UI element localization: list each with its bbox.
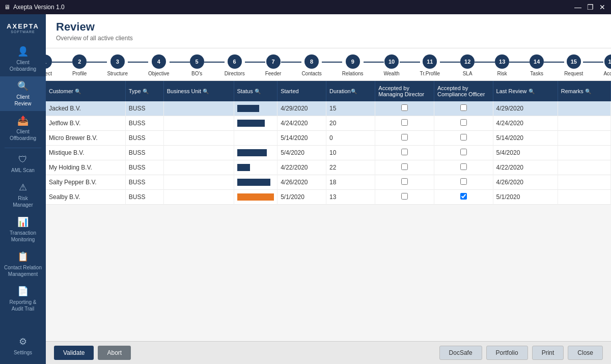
- search-customer-icon[interactable]: 🔍: [75, 89, 81, 94]
- print-button[interactable]: Print: [532, 346, 564, 360]
- checkbox-accepted-md[interactable]: [401, 178, 408, 185]
- checkbox-accepted-co[interactable]: [460, 149, 467, 155]
- checkbox-accepted-md[interactable]: [401, 119, 408, 126]
- cell-accepted-md[interactable]: [375, 160, 434, 175]
- step-8[interactable]: 9Relations: [342, 54, 364, 76]
- close-button[interactable]: ✕: [598, 3, 607, 11]
- sidebar-item-reporting[interactable]: 📄 Reporting &Audit Trail: [0, 282, 46, 316]
- step-10[interactable]: 11Tr.Profile: [420, 54, 440, 76]
- checkbox-accepted-md[interactable]: [401, 134, 408, 141]
- step-12[interactable]: 13Risk: [495, 54, 509, 76]
- title-bar-controls[interactable]: — ❐ ✕: [573, 3, 607, 11]
- sidebar-item-risk-manager[interactable]: ⚠ RiskManager: [0, 178, 46, 212]
- checkbox-accepted-md[interactable]: [401, 149, 408, 155]
- docsafe-button[interactable]: DocSafe: [439, 346, 482, 360]
- table-row[interactable]: Mistique B.V.BUSS5/4/2020105/4/2020: [46, 146, 611, 160]
- step-2[interactable]: 3Structure: [107, 54, 128, 76]
- cell-accepted-co[interactable]: [434, 175, 493, 190]
- sidebar-item-client-onboarding[interactable]: 👤 ClientOnboarding: [0, 42, 46, 76]
- checkbox-accepted-co[interactable]: [460, 163, 467, 170]
- cell-accepted-co[interactable]: [434, 190, 493, 205]
- step-circle-6: 7: [266, 54, 281, 69]
- step-7[interactable]: 8Contacts: [301, 54, 321, 76]
- table-row[interactable]: Sealby B.V.BUSS5/1/2020135/1/2020: [46, 190, 611, 205]
- logo-area: AXEPTA SOFTWARE: [3, 18, 43, 38]
- sidebar-item-client-review[interactable]: 🔍 ClientReview: [0, 76, 46, 111]
- step-1[interactable]: 2Profile: [72, 54, 87, 76]
- table-row[interactable]: My Holding B.V.BUSS4/22/2020224/22/2020: [46, 160, 611, 175]
- step-14[interactable]: 15Request: [564, 54, 583, 76]
- step-label-6: Feeder: [265, 71, 282, 76]
- cell-accepted-co[interactable]: [434, 160, 493, 175]
- step-11[interactable]: 12SLA: [460, 54, 475, 76]
- step-label-0: Select: [46, 71, 52, 76]
- step-6[interactable]: 7Feeder: [265, 54, 282, 76]
- validate-button[interactable]: Validate: [54, 346, 94, 360]
- cell-last-review: 5/4/2020: [493, 146, 558, 160]
- cell-accepted-co[interactable]: [434, 101, 493, 116]
- cell-unit: [163, 190, 234, 205]
- cell-accepted-md[interactable]: [375, 116, 434, 131]
- cell-accepted-co[interactable]: [434, 146, 493, 160]
- col-business-unit: Business Unit 🔍: [163, 81, 234, 101]
- search-unit-icon[interactable]: 🔍: [203, 89, 209, 94]
- cell-remarks: [558, 175, 610, 190]
- step-9[interactable]: 10Wealth: [384, 54, 400, 76]
- cell-accepted-co[interactable]: [434, 131, 493, 146]
- step-label-4: BO's: [191, 71, 202, 76]
- step-label-14: Request: [564, 71, 583, 76]
- table-row[interactable]: Jacked B.V.BUSS4/29/2020154/29/2020: [46, 101, 611, 116]
- maximize-button[interactable]: ❐: [586, 3, 595, 11]
- step-13[interactable]: 14Tasks: [530, 54, 544, 76]
- step-connector-11: [440, 62, 460, 63]
- sidebar-label-onboarding: ClientOnboarding: [10, 59, 36, 72]
- portfolio-button[interactable]: Portfolio: [486, 346, 528, 360]
- search-review-icon[interactable]: 🔍: [529, 89, 535, 94]
- cell-started: 4/29/2020: [277, 101, 326, 116]
- search-status-icon[interactable]: 🔍: [255, 89, 261, 94]
- search-type-icon[interactable]: 🔍: [143, 89, 149, 94]
- checkbox-accepted-md[interactable]: [401, 163, 408, 170]
- step-0[interactable]: 1Select: [46, 54, 52, 76]
- sidebar-item-client-offboarding[interactable]: 📤 ClientOffboarding: [0, 111, 46, 146]
- sidebar-item-crm[interactable]: 📋 Contact RelationManagement: [0, 247, 46, 282]
- crm-icon: 📋: [17, 251, 29, 262]
- cell-accepted-md[interactable]: [375, 175, 434, 190]
- checkbox-accepted-co[interactable]: [460, 119, 467, 126]
- cell-accepted-md[interactable]: [375, 101, 434, 116]
- checkbox-accepted-md[interactable]: [401, 193, 408, 200]
- step-connector-6: [245, 62, 265, 63]
- cell-accepted-co[interactable]: [434, 116, 493, 131]
- sidebar-item-settings[interactable]: ⚙ Settings: [0, 332, 46, 360]
- cell-accepted-md[interactable]: [375, 131, 434, 146]
- step-5[interactable]: 6Directors: [225, 54, 245, 76]
- cell-accepted-md[interactable]: [375, 190, 434, 205]
- search-remarks-icon[interactable]: 🔍: [585, 89, 591, 94]
- checkbox-accepted-co[interactable]: [460, 104, 467, 111]
- close-button[interactable]: Close: [568, 346, 603, 360]
- cell-accepted-md[interactable]: [375, 146, 434, 160]
- search-duration-icon[interactable]: 🔍: [351, 89, 357, 94]
- cell-duration: 0: [326, 131, 375, 146]
- sidebar-item-transaction-monitoring[interactable]: 📊 TransactionMonitoring: [0, 212, 46, 247]
- cell-type: BUSS: [125, 131, 163, 146]
- clients-table: Customer 🔍 Type 🔍 Business Unit 🔍 Status…: [46, 81, 611, 205]
- cell-last-review: 4/29/2020: [493, 101, 558, 116]
- cell-customer: Sealby B.V.: [46, 190, 125, 205]
- step-15[interactable]: 16Accept: [603, 54, 611, 76]
- step-3[interactable]: 4Objective: [148, 54, 170, 76]
- checkbox-accepted-co[interactable]: [460, 193, 467, 200]
- minimize-button[interactable]: —: [573, 3, 582, 11]
- table-row[interactable]: Jetflow B.V.BUSS4/24/2020204/24/2020: [46, 116, 611, 131]
- abort-button[interactable]: Abort: [98, 346, 131, 360]
- checkbox-accepted-md[interactable]: [401, 104, 408, 111]
- sidebar-item-aml-scan[interactable]: 🛡 AML Scan: [0, 150, 46, 178]
- checkbox-accepted-co[interactable]: [460, 134, 467, 141]
- table-row[interactable]: Micro Brewer B.V.BUSS5/14/202005/14/2020: [46, 131, 611, 146]
- offboard-icon: 📤: [17, 115, 29, 126]
- checkbox-accepted-co[interactable]: [460, 178, 467, 185]
- step-4[interactable]: 5BO's: [190, 54, 204, 76]
- table-row[interactable]: Salty Pepper B.V.BUSS4/26/2020184/26/202…: [46, 175, 611, 190]
- step-connector-5: [204, 62, 225, 63]
- status-bar: [237, 164, 250, 171]
